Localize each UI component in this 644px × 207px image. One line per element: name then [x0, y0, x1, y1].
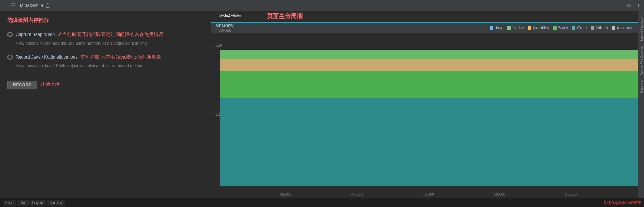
zoom-in-icon[interactable]: +	[617, 2, 623, 9]
legend-others-label: Others	[596, 26, 608, 30]
toolbar-title: MEMORY	[20, 3, 38, 8]
x-label-45000: 45,000	[423, 193, 434, 197]
x-label-35000: 35,000	[280, 193, 291, 197]
settings-icon[interactable]: ⚙	[625, 2, 632, 9]
logcat-tab[interactable]: Logcat	[30, 200, 46, 206]
legend-allocated-label: Allocated	[617, 26, 634, 30]
stack-segment	[220, 50, 638, 59]
legend-stack-label: Stack	[558, 26, 568, 30]
legend-native-label: Native	[513, 26, 524, 30]
main-content: 选择检测内存部分 Capture heap dump 从当前时间开始抓取固定时间…	[0, 11, 644, 198]
stack-color-swatch	[553, 26, 557, 30]
left-panel: 选择检测内存部分 Capture heap dump 从当前时间开始抓取固定时间…	[0, 11, 211, 198]
record-annotation: 开始记录	[40, 81, 60, 88]
activity-tab[interactable]: MainActivity	[216, 12, 245, 20]
chart-area: ~ 256 ~ 128 35,000 40,000 45,0	[211, 33, 638, 198]
bottom-tabs: Build Run Logcat Terminal	[3, 200, 65, 206]
chart-bars	[220, 38, 638, 186]
legend-code: Code	[572, 26, 587, 30]
option-record-row: Record Java / Kotlin allocations 实时抓取 内存…	[7, 54, 203, 60]
back-icon[interactable]: ←	[3, 3, 9, 9]
toolbar: ← ☰ MEMORY ▼ 🗑 − + ⚙ ⏸	[0, 0, 644, 11]
capture-heap-desc: View objects in your app that are using …	[16, 40, 203, 46]
layout-inspector-tab[interactable]: Layout Inspector	[640, 16, 643, 41]
allocated-color-swatch	[612, 26, 615, 30]
pause-icon[interactable]: ⏸	[634, 2, 641, 9]
x-axis: 35,000 40,000 45,000 50,000 55,000	[218, 187, 638, 198]
lifecycle-title: 页面生命周期	[267, 13, 303, 20]
java-color-swatch	[490, 26, 493, 30]
delete-icon[interactable]: 🗑	[44, 3, 50, 9]
legend-stack: Stack	[553, 26, 568, 30]
legend-graphics-label: Graphics	[533, 26, 549, 30]
record-kotlin-annotation: 实时抓取 内存中Java或Kotlin对象数量	[80, 54, 162, 60]
graphics-color-swatch	[528, 26, 531, 30]
panel-title: 选择检测内存部分	[7, 17, 203, 24]
activity-bar: MainActivity 页面生命周期	[211, 11, 638, 22]
x-label-55000: 55,000	[565, 193, 577, 197]
bottom-bar: Build Run Logcat Terminal CSDN @听音乐的泡芙	[0, 198, 644, 207]
option-capture-row: Capture heap dump 从当前时间开始抓取固定时间间隔的内存使用情况	[7, 31, 203, 38]
build-tab[interactable]: Build	[3, 200, 16, 206]
toolbar-dropdown[interactable]: ▼	[40, 3, 44, 8]
record-kotlin-radio[interactable]	[7, 55, 13, 60]
side-panels: Layout Inspector Device File Explorer Em…	[638, 11, 644, 198]
right-panel: MainActivity 页面生命周期 MEMORY ~ 384 MB Java…	[211, 11, 638, 198]
native-segment	[220, 71, 638, 98]
code-color-swatch	[572, 26, 575, 30]
graphics-segment	[220, 59, 638, 71]
capture-heap-radio[interactable]	[7, 32, 13, 37]
legend-others: Others	[591, 26, 608, 30]
emulator-tab[interactable]: Emulator	[640, 80, 643, 93]
legend-allocated: Allocated	[612, 26, 634, 30]
others-color-swatch	[591, 26, 594, 30]
legend-bar: MEMORY ~ 384 MB Java Native Graphics	[211, 23, 638, 33]
legend-items: Java Native Graphics Stack Code	[490, 26, 634, 30]
legend-java: Java	[490, 26, 503, 30]
device-file-explorer-tab[interactable]: Device File Explorer	[640, 46, 643, 76]
run-tab[interactable]: Run	[17, 200, 28, 206]
option-record-group: Record Java / Kotlin allocations 实时抓取 内存…	[7, 54, 203, 69]
legend-java-label: Java	[495, 26, 503, 30]
x-label-50000: 50,000	[494, 193, 505, 197]
java-segment	[220, 98, 638, 186]
record-kotlin-desc: View how each Java / Kotlin object was a…	[16, 63, 203, 69]
record-btn-row: RECORD 开始记录	[7, 79, 203, 89]
legend-graphics: Graphics	[528, 26, 549, 30]
record-button[interactable]: RECORD	[7, 80, 37, 89]
zoom-out-icon[interactable]: −	[608, 2, 614, 9]
terminal-tab[interactable]: Terminal	[47, 200, 66, 206]
csdn-watermark: CSDN @听音乐的泡芙	[604, 200, 641, 206]
toolbar-right-actions: − + ⚙ ⏸	[608, 2, 641, 9]
record-kotlin-label: Record Java / Kotlin allocations	[16, 55, 77, 60]
menu-icon[interactable]: ☰	[10, 3, 16, 9]
capture-heap-annotation: 从当前时间开始抓取固定时间间隔的内存使用情况	[57, 32, 163, 37]
capture-heap-label: Capture heap dump	[16, 32, 55, 37]
memory-label: MEMORY	[216, 24, 234, 28]
legend-native: Native	[507, 26, 524, 30]
legend-code-label: Code	[577, 26, 587, 30]
memory-value: ~ 384 MB	[216, 28, 234, 32]
native-color-swatch	[507, 26, 511, 30]
x-label-40000: 40,000	[351, 193, 363, 197]
option-capture-group: Capture heap dump 从当前时间开始抓取固定时间间隔的内存使用情况…	[7, 31, 203, 46]
